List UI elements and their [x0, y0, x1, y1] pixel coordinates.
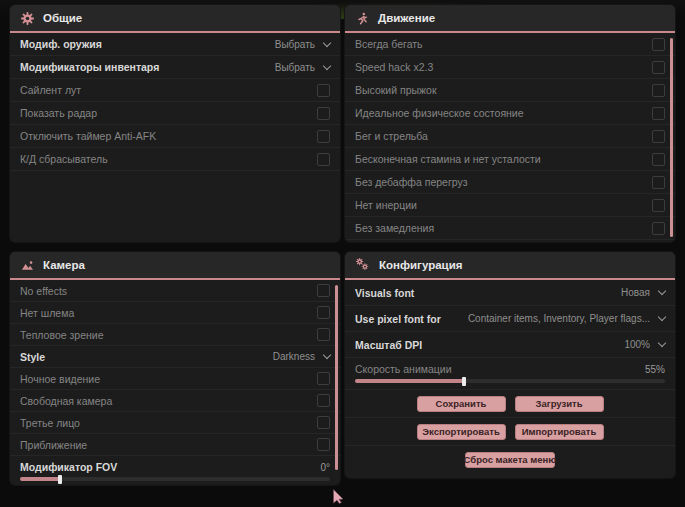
panel-title: Общие: [43, 12, 82, 24]
checkbox[interactable]: [652, 199, 665, 212]
settings-row: Style Darkness: [10, 346, 340, 368]
setting-label: Visuals font: [355, 287, 414, 299]
scrollbar[interactable]: [335, 285, 338, 470]
checkbox[interactable]: [652, 153, 665, 166]
setting-label: Нет инерции: [355, 199, 417, 211]
checkbox[interactable]: [652, 61, 665, 74]
dropdown-value: 100%: [624, 339, 650, 350]
setting-label: Показать радар: [20, 107, 97, 119]
setting-label: No effects: [20, 285, 67, 297]
checkbox[interactable]: [652, 84, 665, 97]
button-row: Сохранить Загрузить: [345, 390, 675, 418]
setting-label: Отключить таймер Anti-AFK: [20, 130, 156, 142]
setting-label: Свободная камера: [20, 395, 112, 407]
fov-slider[interactable]: [20, 477, 330, 481]
settings-row: Visuals font Новая: [345, 280, 675, 306]
settings-row: Приближение: [10, 434, 340, 456]
checkbox[interactable]: [317, 438, 330, 451]
setting-label: Бесконечная стамина и нет усталости: [355, 153, 541, 165]
settings-row: Идеальное физическое состояние: [345, 102, 675, 125]
panel-camera: Камера No effects Нет шлема Тепловое зре…: [10, 252, 340, 485]
settings-row: Показать радар: [10, 102, 340, 125]
chevron-down-icon: [323, 351, 331, 359]
dropdown[interactable]: Выбрать: [275, 62, 330, 73]
checkbox[interactable]: [317, 153, 330, 166]
dropdown[interactable]: Darkness: [273, 351, 330, 362]
animation-speed-block: Скорость анимации 55%: [345, 358, 675, 390]
setting-label: Всегда бегать: [355, 38, 423, 50]
panel-config: Конфигурация Visuals font Новая Use pixe…: [345, 252, 675, 478]
settings-row: Нет инерции: [345, 194, 675, 217]
settings-row: Отключить таймер Anti-AFK: [10, 125, 340, 148]
checkbox[interactable]: [317, 394, 330, 407]
settings-row: Высокий прыжок: [345, 79, 675, 102]
dropdown[interactable]: Новая: [621, 287, 665, 298]
chevron-down-icon: [658, 339, 666, 347]
settings-row: К/Д сбрасыватель: [10, 148, 340, 171]
dropdown[interactable]: Выбрать: [275, 39, 330, 50]
cheat-menu-overlay: ЧЕРКИНЕ Общие Модиф. оружия Выбрать Моди…: [0, 0, 685, 507]
panel-general: Общие Модиф. оружия Выбрать Модификаторы…: [10, 5, 340, 242]
load-button[interactable]: Загрузить: [515, 396, 604, 412]
checkbox[interactable]: [317, 84, 330, 97]
settings-row: Нет шлема: [10, 302, 340, 324]
checkbox[interactable]: [317, 306, 330, 319]
runner-icon: [356, 12, 369, 25]
setting-label: Модификаторы инвентаря: [20, 61, 159, 73]
setting-label: Идеальное физическое состояние: [355, 107, 524, 119]
fov-value: 0°: [320, 462, 330, 473]
setting-label: Сайлент лут: [20, 84, 81, 96]
setting-label: Use pixel font for: [355, 313, 441, 325]
checkbox[interactable]: [317, 372, 330, 385]
dropdown[interactable]: 100%: [624, 339, 665, 350]
settings-row: Третье лицо: [10, 412, 340, 434]
button-row: Экспортировать Импортировать: [345, 418, 675, 446]
image-icon: [21, 259, 34, 272]
fov-slider-block: Модификатор FOV 0°: [10, 456, 340, 481]
button-row: Сброс макета меню: [345, 446, 675, 473]
checkbox[interactable]: [317, 416, 330, 429]
checkbox[interactable]: [317, 284, 330, 297]
save-button[interactable]: Сохранить: [417, 396, 506, 412]
panel-general-header[interactable]: Общие: [10, 5, 340, 33]
import-button[interactable]: Импортировать: [515, 424, 604, 440]
settings-row: Speed hack x2.3: [345, 56, 675, 79]
slider-handle[interactable]: [462, 377, 466, 386]
checkbox[interactable]: [652, 130, 665, 143]
panel-camera-header[interactable]: Камера: [10, 252, 340, 280]
settings-row: Сайлент лут: [10, 79, 340, 102]
settings-row: Без дебаффа перегруз: [345, 171, 675, 194]
gear-icon: [21, 12, 34, 25]
panel-config-header[interactable]: Конфигурация: [345, 252, 675, 280]
checkbox[interactable]: [652, 107, 665, 120]
checkbox[interactable]: [652, 176, 665, 189]
scrollbar[interactable]: [670, 38, 673, 237]
checkbox[interactable]: [652, 38, 665, 51]
setting-label: К/Д сбрасыватель: [20, 153, 108, 165]
dropdown-value: Darkness: [273, 351, 315, 362]
setting-label: Style: [20, 351, 45, 363]
settings-row: Без замедления: [345, 217, 675, 240]
checkbox[interactable]: [317, 107, 330, 120]
checkbox[interactable]: [317, 328, 330, 341]
panel-movement: Движение Всегда бегать Speed hack x2.3 В…: [345, 5, 675, 242]
dropdown-value: Новая: [621, 287, 650, 298]
setting-label: Приближение: [20, 439, 87, 451]
checkbox[interactable]: [652, 222, 665, 235]
setting-label: Модификатор FOV: [20, 461, 117, 473]
export-button[interactable]: Экспортировать: [417, 424, 506, 440]
setting-label: Высокий прыжок: [355, 84, 437, 96]
setting-label: Скорость анимации: [355, 363, 452, 375]
animation-speed-slider[interactable]: [355, 379, 665, 383]
slider-handle[interactable]: [58, 475, 62, 484]
settings-row: Ночное видение: [10, 368, 340, 390]
reset-menu-layout-button[interactable]: Сброс макета меню: [465, 452, 555, 468]
mouse-cursor-icon: [333, 489, 344, 507]
setting-label: Бег и стрельба: [355, 130, 428, 142]
checkbox[interactable]: [317, 130, 330, 143]
panel-movement-header[interactable]: Движение: [345, 5, 675, 33]
panel-title: Конфигурация: [379, 259, 462, 271]
settings-row: Бег и стрельба: [345, 125, 675, 148]
settings-row: Масштаб DPI 100%: [345, 332, 675, 358]
dropdown[interactable]: Container items, Inventory, Player flags…: [468, 313, 665, 324]
